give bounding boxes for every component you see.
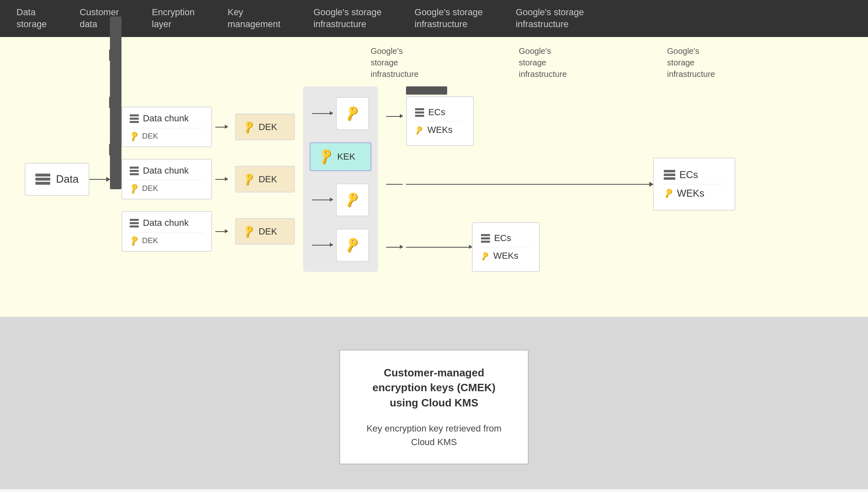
enc-key-box-1: 🔑 [336, 97, 369, 130]
dek-box-2: 🔑 DEK [235, 166, 295, 193]
legend-description: Key encryption key retrieved from Cloud … [360, 422, 508, 449]
storage-box-large: ECs 🔑 WEKs [653, 158, 735, 211]
enc-key-icon-1: 🔑 [343, 104, 362, 122]
data-label: Data [56, 173, 79, 186]
storage-box-3: ECs 🔑 WEKs [472, 222, 540, 272]
kek-icon: 🔑 [316, 147, 336, 166]
chunk-icon-2 [130, 167, 139, 175]
storage-label-2: Google's storage infrastructure [519, 45, 581, 80]
enc-key-icon-2: 🔑 [343, 191, 362, 209]
dek-label-1: DEK [259, 122, 277, 132]
chunk-title-1: Data chunk [143, 113, 189, 124]
chunk-dek-label-1: DEK [142, 132, 158, 141]
chunk-icon-1 [130, 114, 139, 123]
nav-item-5: Google's storageinfrastructure [313, 7, 382, 30]
chunk-dek-label-2: DEK [142, 184, 158, 193]
legend-title: Customer-managed encryption keys (CMEK) … [360, 365, 508, 410]
dek-label-2: DEK [259, 174, 277, 185]
storage-label-3: Google's storage infrastructure [667, 45, 729, 80]
chunk-dek-icon-1: 🔑 [128, 130, 140, 142]
weks-label-3: WEKs [493, 251, 518, 261]
data-icon [35, 174, 50, 185]
chunk-dek-icon-2: 🔑 [128, 182, 140, 195]
legend-box: Customer-managed encryption keys (CMEK) … [339, 350, 529, 464]
enc-key-box-2: 🔑 [336, 183, 369, 216]
enc-key-icon-3: 🔑 [343, 236, 362, 254]
weks-icon-1: 🔑 [414, 125, 424, 135]
storage-label-1: Google's storage infrastructure [371, 45, 432, 80]
dek-icon-2: 🔑 [241, 172, 256, 186]
dek-box-1: 🔑 DEK [235, 114, 295, 140]
nav-item-7: Google's storageinfrastructure [516, 7, 584, 30]
chunk-box-1: Data chunk 🔑 DEK [121, 107, 212, 147]
dek-icon-3: 🔑 [241, 224, 256, 239]
chunk-box-3: Data chunk 🔑 DEK [121, 211, 212, 252]
dek-label-3: DEK [259, 226, 277, 237]
nav-item-4: Keymanagement [228, 7, 280, 30]
dek-icon-1: 🔑 [241, 119, 256, 134]
dek-box-3: 🔑 DEK [235, 218, 295, 245]
bottom-area: Customer-managed encryption keys (CMEK) … [0, 317, 868, 489]
data-box: Data [25, 163, 89, 196]
enc-key-box-3: 🔑 [336, 229, 369, 262]
ecs-icon-large [664, 170, 675, 180]
chunk-dek-icon-3: 🔑 [128, 234, 140, 247]
chunk-title-2: Data chunk [143, 165, 189, 176]
weks-icon-large: 🔑 [663, 188, 674, 199]
weks-label-1: WEKs [427, 125, 453, 135]
ecs-icon-1 [415, 108, 424, 117]
ecs-label-large: ECs [679, 169, 698, 181]
storage-box-1: ECs 🔑 WEKs [406, 96, 474, 146]
top-navigation: Datastorage Customerdata Encryptionlayer… [0, 0, 868, 37]
diagram-outer: Data Data chunk [25, 86, 843, 272]
chunk-title-3: Data chunk [143, 218, 189, 228]
storage-labels: Google's storage infrastructure Google's… [371, 45, 729, 80]
chunk-box-2: Data chunk 🔑 DEK [121, 159, 212, 200]
ecs-label-3: ECs [494, 233, 511, 244]
chunk-icon-3 [130, 219, 139, 227]
diagram-area: Google's storage infrastructure Google's… [0, 37, 868, 317]
weks-label-large: WEKs [677, 188, 705, 199]
nav-item-1: Datastorage [16, 7, 47, 30]
weks-icon-3: 🔑 [480, 251, 490, 261]
ecs-label-1: ECs [428, 107, 446, 118]
chunk-dek-label-3: DEK [142, 236, 158, 245]
kek-label: KEK [337, 151, 355, 162]
kek-box: 🔑 KEK [310, 142, 371, 171]
nav-item-3: Encryptionlayer [152, 7, 195, 30]
ecs-icon-3 [481, 234, 490, 243]
nav-item-6: Google's storageinfrastructure [415, 7, 483, 30]
